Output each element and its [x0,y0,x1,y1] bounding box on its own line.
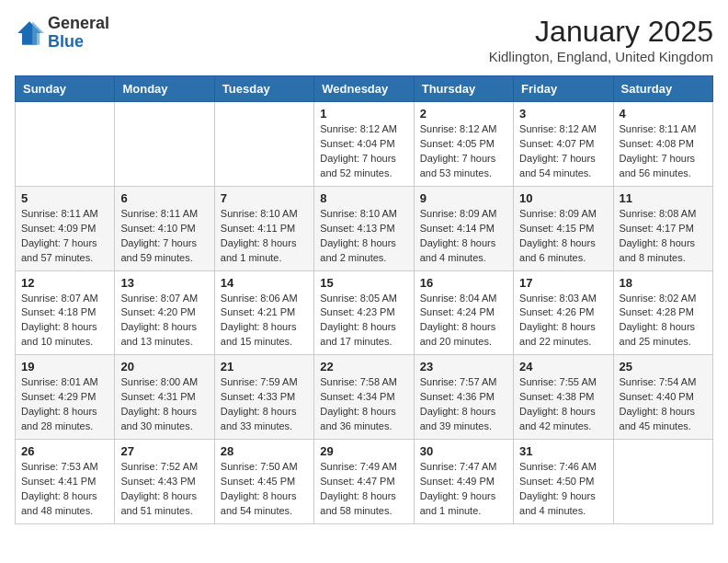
week-row-2: 5Sunrise: 8:11 AM Sunset: 4:09 PM Daylig… [16,186,713,270]
calendar-cell-w5-d4: 30Sunrise: 7:47 AM Sunset: 4:49 PM Dayli… [414,440,513,524]
calendar-cell-w4-d5: 24Sunrise: 7:55 AM Sunset: 4:38 PM Dayli… [514,355,613,440]
calendar-cell-w4-d2: 21Sunrise: 7:59 AM Sunset: 4:33 PM Dayli… [214,355,313,440]
location-text: Kidlington, England, United Kingdom [489,49,713,64]
weekday-header-row: SundayMondayTuesdayWednesdayThursdayFrid… [16,76,713,102]
calendar-cell-w1-d3: 1Sunrise: 8:12 AM Sunset: 4:04 PM Daylig… [314,102,414,187]
day-number: 8 [320,191,407,205]
day-number: 18 [620,276,707,290]
day-number: 23 [420,360,507,373]
day-info: Sunrise: 8:08 AM Sunset: 4:17 PM Dayligh… [620,207,707,266]
day-number: 21 [221,360,308,373]
day-number: 25 [620,360,707,373]
day-info: Sunrise: 7:47 AM Sunset: 4:49 PM Dayligh… [420,460,507,519]
calendar-cell-w2-d1: 6Sunrise: 8:11 AM Sunset: 4:10 PM Daylig… [115,186,214,270]
logo-icon [15,18,44,48]
day-info: Sunrise: 7:58 AM Sunset: 4:34 PM Dayligh… [320,375,407,434]
calendar-cell-w2-d6: 11Sunrise: 8:08 AM Sunset: 4:17 PM Dayli… [613,186,712,270]
calendar-cell-w4-d3: 22Sunrise: 7:58 AM Sunset: 4:34 PM Dayli… [314,355,414,440]
week-row-3: 12Sunrise: 8:07 AM Sunset: 4:18 PM Dayli… [16,270,713,355]
day-number: 22 [320,360,407,373]
logo-blue-text: Blue [48,32,84,51]
day-info: Sunrise: 7:57 AM Sunset: 4:36 PM Dayligh… [420,375,507,434]
week-row-4: 19Sunrise: 8:01 AM Sunset: 4:29 PM Dayli… [16,355,713,440]
day-number: 19 [21,360,108,373]
day-info: Sunrise: 8:04 AM Sunset: 4:24 PM Dayligh… [420,292,507,350]
calendar-cell-w3-d2: 14Sunrise: 8:06 AM Sunset: 4:21 PM Dayli… [214,270,313,355]
day-number: 24 [519,360,607,373]
weekday-header-friday: Friday [514,76,613,102]
day-number: 2 [420,107,507,121]
day-info: Sunrise: 8:12 AM Sunset: 4:04 PM Dayligh… [320,122,407,181]
calendar-cell-w1-d4: 2Sunrise: 8:12 AM Sunset: 4:05 PM Daylig… [414,102,513,187]
calendar-cell-w3-d1: 13Sunrise: 8:07 AM Sunset: 4:20 PM Dayli… [115,270,214,355]
day-info: Sunrise: 8:12 AM Sunset: 4:07 PM Dayligh… [519,122,607,181]
day-number: 15 [320,276,407,290]
week-row-1: 1Sunrise: 8:12 AM Sunset: 4:04 PM Daylig… [16,102,713,187]
day-number: 20 [120,360,208,373]
day-info: Sunrise: 8:11 AM Sunset: 4:09 PM Dayligh… [21,207,108,266]
page-header: General Blue January 2025 Kidlington, En… [15,15,713,64]
day-number: 6 [120,191,208,205]
calendar-cell-w1-d0 [16,102,115,187]
logo-text: General Blue [48,15,109,52]
day-info: Sunrise: 7:49 AM Sunset: 4:47 PM Dayligh… [320,460,407,519]
day-info: Sunrise: 8:06 AM Sunset: 4:21 PM Dayligh… [221,292,308,350]
day-number: 4 [620,107,707,121]
day-number: 1 [320,107,407,121]
calendar-cell-w1-d6: 4Sunrise: 8:11 AM Sunset: 4:08 PM Daylig… [613,102,712,187]
calendar-cell-w5-d3: 29Sunrise: 7:49 AM Sunset: 4:47 PM Dayli… [314,440,414,524]
calendar-cell-w2-d0: 5Sunrise: 8:11 AM Sunset: 4:09 PM Daylig… [16,186,115,270]
day-number: 30 [420,444,507,458]
day-info: Sunrise: 8:02 AM Sunset: 4:28 PM Dayligh… [620,292,707,350]
weekday-header-wednesday: Wednesday [314,76,414,102]
calendar-cell-w1-d5: 3Sunrise: 8:12 AM Sunset: 4:07 PM Daylig… [514,102,613,187]
day-info: Sunrise: 7:55 AM Sunset: 4:38 PM Dayligh… [519,375,607,434]
svg-marker-1 [32,21,44,45]
day-number: 3 [519,107,607,121]
logo-general-text: General [48,14,109,32]
calendar-cell-w3-d4: 16Sunrise: 8:04 AM Sunset: 4:24 PM Dayli… [414,270,513,355]
day-info: Sunrise: 7:54 AM Sunset: 4:40 PM Dayligh… [620,375,707,434]
day-number: 7 [221,191,308,205]
month-title: January 2025 [489,15,713,49]
calendar-cell-w4-d4: 23Sunrise: 7:57 AM Sunset: 4:36 PM Dayli… [414,355,513,440]
calendar-cell-w3-d5: 17Sunrise: 8:03 AM Sunset: 4:26 PM Dayli… [514,270,613,355]
day-info: Sunrise: 8:03 AM Sunset: 4:26 PM Dayligh… [519,292,607,350]
calendar-cell-w2-d4: 9Sunrise: 8:09 AM Sunset: 4:14 PM Daylig… [414,186,513,270]
calendar-table: SundayMondayTuesdayWednesdayThursdayFrid… [15,75,713,524]
day-number: 29 [320,444,407,458]
day-info: Sunrise: 8:10 AM Sunset: 4:13 PM Dayligh… [320,207,407,266]
day-info: Sunrise: 7:52 AM Sunset: 4:43 PM Dayligh… [120,460,208,519]
logo: General Blue [15,15,109,52]
calendar-cell-w1-d1 [115,102,214,187]
weekday-header-saturday: Saturday [613,76,712,102]
calendar-cell-w5-d0: 26Sunrise: 7:53 AM Sunset: 4:41 PM Dayli… [16,440,115,524]
weekday-header-tuesday: Tuesday [214,76,313,102]
calendar-cell-w3-d6: 18Sunrise: 8:02 AM Sunset: 4:28 PM Dayli… [613,270,712,355]
calendar-cell-w3-d3: 15Sunrise: 8:05 AM Sunset: 4:23 PM Dayli… [314,270,414,355]
calendar-cell-w2-d2: 7Sunrise: 8:10 AM Sunset: 4:11 PM Daylig… [214,186,313,270]
weekday-header-sunday: Sunday [16,76,115,102]
day-number: 13 [120,276,208,290]
title-block: January 2025 Kidlington, England, United… [489,15,713,64]
day-info: Sunrise: 8:12 AM Sunset: 4:05 PM Dayligh… [420,122,507,181]
day-info: Sunrise: 8:01 AM Sunset: 4:29 PM Dayligh… [21,375,108,434]
day-info: Sunrise: 8:07 AM Sunset: 4:18 PM Dayligh… [21,292,108,350]
weekday-header-monday: Monday [115,76,214,102]
calendar-cell-w2-d3: 8Sunrise: 8:10 AM Sunset: 4:13 PM Daylig… [314,186,414,270]
day-info: Sunrise: 8:07 AM Sunset: 4:20 PM Dayligh… [120,292,208,350]
calendar-cell-w5-d1: 27Sunrise: 7:52 AM Sunset: 4:43 PM Dayli… [115,440,214,524]
day-info: Sunrise: 7:50 AM Sunset: 4:45 PM Dayligh… [221,460,308,519]
day-number: 26 [21,444,108,458]
day-number: 31 [519,444,607,458]
day-info: Sunrise: 8:00 AM Sunset: 4:31 PM Dayligh… [120,375,208,434]
calendar-cell-w4-d0: 19Sunrise: 8:01 AM Sunset: 4:29 PM Dayli… [16,355,115,440]
day-info: Sunrise: 7:53 AM Sunset: 4:41 PM Dayligh… [21,460,108,519]
day-number: 27 [120,444,208,458]
day-number: 12 [21,276,108,290]
day-number: 9 [420,191,507,205]
week-row-5: 26Sunrise: 7:53 AM Sunset: 4:41 PM Dayli… [16,440,713,524]
calendar-cell-w4-d1: 20Sunrise: 8:00 AM Sunset: 4:31 PM Dayli… [115,355,214,440]
day-info: Sunrise: 7:59 AM Sunset: 4:33 PM Dayligh… [221,375,308,434]
calendar-cell-w3-d0: 12Sunrise: 8:07 AM Sunset: 4:18 PM Dayli… [16,270,115,355]
